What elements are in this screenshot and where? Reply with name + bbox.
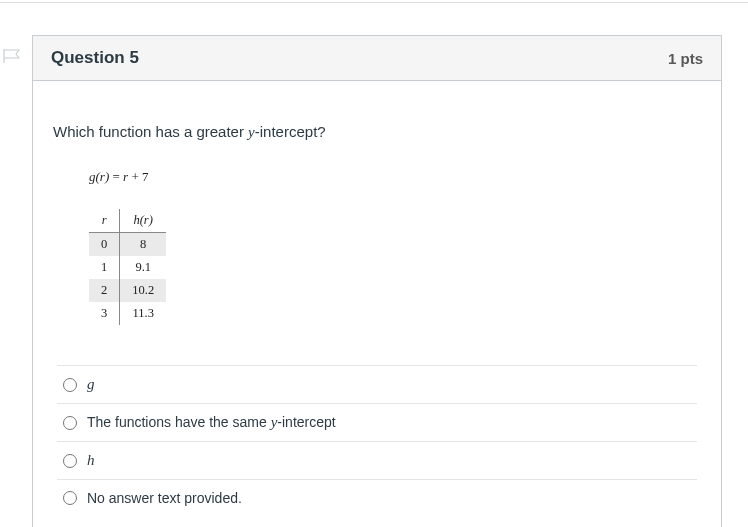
answer-h-label: h — [87, 452, 95, 468]
cell-r3: 3 — [89, 302, 120, 325]
question-body: Which function has a greater y-intercept… — [33, 81, 721, 527]
eq-r1: r — [100, 169, 105, 184]
question-header: Question 5 1 pts — [33, 36, 721, 81]
cell-r0: 0 — [89, 233, 120, 257]
radio-same[interactable] — [63, 416, 77, 430]
question-card: Question 5 1 pts Which function has a gr… — [32, 35, 722, 527]
answer-none-label: No answer text provided. — [87, 490, 242, 506]
question-prompt: Which function has a greater y-intercept… — [53, 123, 701, 141]
answer-option-h[interactable]: h — [57, 441, 697, 479]
cell-h2: 10.2 — [120, 279, 166, 302]
cell-r1: 1 — [89, 256, 120, 279]
question-points: 1 pts — [668, 50, 703, 67]
col-r: r — [89, 209, 120, 233]
function-table: r h(r) 0 8 1 9.1 2 10.2 3 — [89, 209, 166, 325]
prompt-var: y — [248, 124, 255, 140]
cell-h3: 11.3 — [120, 302, 166, 325]
answer-list: g The functions have the same y-intercep… — [57, 365, 697, 516]
prompt-suffix: -intercept? — [255, 123, 326, 140]
cell-h1: 9.1 — [120, 256, 166, 279]
cell-r2: 2 — [89, 279, 120, 302]
col-hr: h(r) — [120, 209, 166, 233]
answer-option-same[interactable]: The functions have the same y-intercept — [57, 403, 697, 441]
radio-none[interactable] — [63, 491, 77, 505]
cell-h0: 8 — [120, 233, 166, 257]
table-row: 2 10.2 — [89, 279, 166, 302]
table-row: 1 9.1 — [89, 256, 166, 279]
answer-same-label: The functions have the same y-intercept — [87, 414, 336, 431]
table-row: 3 11.3 — [89, 302, 166, 325]
radio-h[interactable] — [63, 454, 77, 468]
eq-plus7: + 7 — [128, 169, 148, 184]
table-row: 0 8 — [89, 233, 166, 257]
eq-g: g — [89, 169, 96, 184]
answer-g-label: g — [87, 376, 95, 392]
table-header-row: r h(r) — [89, 209, 166, 233]
prompt-prefix: Which function has a greater — [53, 123, 248, 140]
flag-icon[interactable] — [2, 48, 22, 64]
eq-eq: = — [109, 169, 123, 184]
radio-g[interactable] — [63, 378, 77, 392]
answer-option-g[interactable]: g — [57, 365, 697, 403]
answer-option-none[interactable]: No answer text provided. — [57, 479, 697, 516]
question-title: Question 5 — [51, 48, 139, 68]
equation-g: g(r) = r + 7 — [89, 169, 701, 185]
